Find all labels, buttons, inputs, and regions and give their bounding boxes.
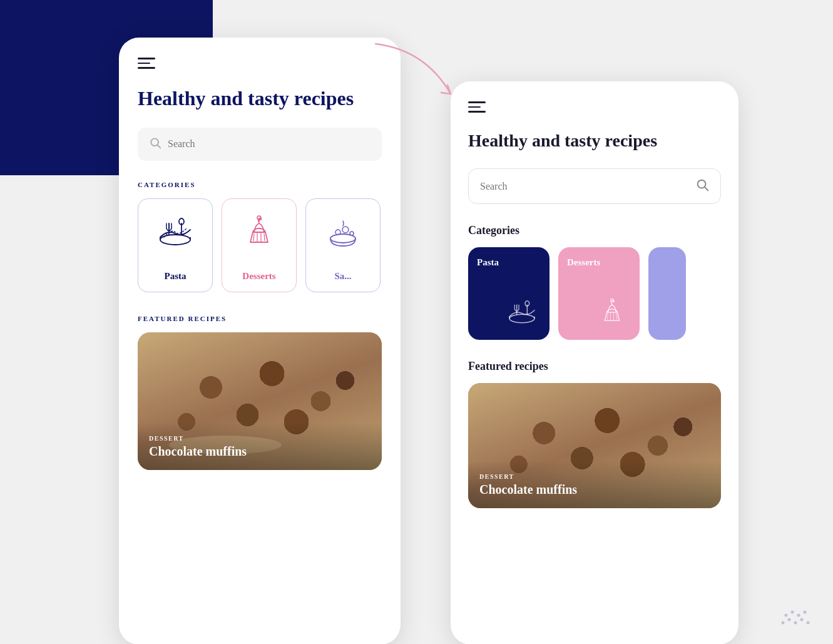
pasta-name-left: Pasta — [165, 271, 187, 282]
category-pasta-right[interactable]: Pasta — [468, 247, 549, 340]
category-pasta-left[interactable]: Pasta — [138, 198, 213, 292]
categories-row-left: Pasta — [138, 198, 382, 292]
svg-point-36 — [782, 621, 785, 625]
desserts-icon-left — [237, 210, 281, 254]
svg-point-43 — [797, 614, 800, 617]
featured-label-left: FEATURED RECIPES — [138, 315, 382, 322]
search-bar-left[interactable] — [138, 128, 382, 161]
svg-point-40 — [807, 621, 810, 625]
svg-line-32 — [608, 314, 608, 320]
categories-row-right: Pasta Desserts — [468, 247, 721, 340]
category-desserts-left[interactable]: Desserts — [222, 198, 297, 292]
svg-point-23 — [509, 314, 534, 322]
page-title-right: Healthy and tasty recipes — [468, 130, 721, 151]
hamburger-menu-right[interactable] — [468, 101, 486, 113]
desserts-name-right: Desserts — [567, 257, 600, 268]
left-mobile-card: Healthy and tasty recipes CATEGORIES — [119, 38, 401, 644]
categories-label-right: Categories — [468, 224, 721, 237]
recipe-card-left[interactable]: DESSERT Chocolate muffins — [138, 332, 382, 470]
search-icon-left — [149, 136, 161, 152]
desserts-name-left: Desserts — [242, 271, 275, 282]
scatter-decoration — [777, 591, 814, 631]
svg-point-37 — [788, 618, 791, 621]
pasta-icon-left — [153, 210, 197, 254]
salads-icon-left — [321, 210, 365, 254]
svg-line-35 — [616, 314, 617, 320]
hamburger-menu-left[interactable] — [138, 58, 155, 69]
categories-label-left: CATEGORIES — [138, 181, 382, 188]
search-bar-right[interactable] — [468, 168, 721, 204]
category-desserts-right[interactable]: Desserts — [558, 247, 640, 340]
svg-point-39 — [800, 618, 804, 621]
desserts-icon-right — [567, 294, 631, 331]
svg-line-1 — [158, 145, 161, 148]
featured-label-right: Featured recipes — [468, 360, 721, 373]
search-input-right[interactable] — [480, 181, 689, 192]
recipe-overlay-right: DESSERT Chocolate muffins — [468, 461, 721, 508]
pasta-icon-right — [477, 294, 541, 331]
svg-line-15 — [264, 233, 265, 241]
recipe-badge-right: DESSERT — [479, 473, 710, 480]
svg-point-44 — [804, 611, 807, 614]
recipe-overlay-left: DESSERT Chocolate muffins — [138, 422, 382, 470]
page-title-left: Healthy and tasty recipes — [138, 86, 382, 110]
svg-point-42 — [791, 611, 794, 614]
right-mobile-card: Healthy and tasty recipes Categories Pas… — [451, 81, 738, 644]
recipe-badge-left: DESSERT — [149, 435, 371, 442]
search-input-left[interactable] — [168, 138, 371, 150]
category-salads-right[interactable] — [648, 247, 686, 340]
svg-point-18 — [342, 227, 349, 233]
svg-line-12 — [253, 233, 254, 241]
pasta-name-right: Pasta — [477, 257, 499, 268]
svg-line-22 — [705, 187, 708, 190]
category-salads-left[interactable]: Sa... — [305, 198, 381, 292]
recipe-title-right: Chocolate muffins — [479, 483, 710, 497]
recipe-title-left: Chocolate muffins — [149, 444, 371, 459]
salads-name-left: Sa... — [334, 271, 351, 282]
search-icon-right — [695, 178, 709, 195]
svg-point-41 — [785, 614, 788, 617]
recipe-card-right[interactable]: DESSERT Chocolate muffins — [468, 383, 721, 508]
svg-point-38 — [794, 621, 797, 625]
